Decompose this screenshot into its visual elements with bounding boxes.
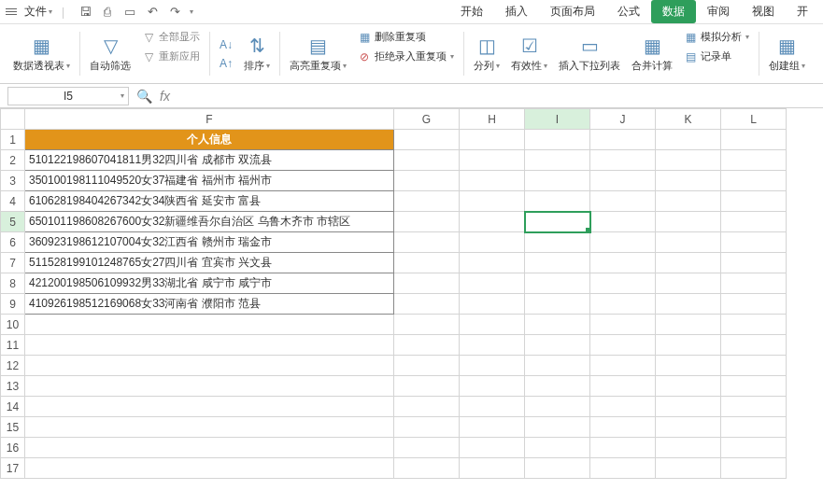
show-all-button[interactable]: ▽全部显示 <box>140 28 202 46</box>
tab-layout[interactable]: 页面布局 <box>539 0 606 23</box>
redo-icon[interactable]: ↷ <box>167 5 182 20</box>
row-head[interactable]: 10 <box>1 315 25 335</box>
validation-button[interactable]: ☑ 有效性▾ <box>505 28 553 79</box>
active-cell[interactable] <box>525 212 590 232</box>
row-head[interactable]: 16 <box>1 438 25 458</box>
col-head-G[interactable]: G <box>394 109 460 130</box>
filter-icon: ▽ <box>99 35 121 57</box>
col-head-J[interactable]: J <box>590 109 656 130</box>
split-button[interactable]: ◫ 分列▾ <box>468 28 505 79</box>
ribbon-tabs: 开始 插入 页面布局 公式 数据 审阅 视图 开 <box>449 0 819 23</box>
tab-review[interactable]: 审阅 <box>696 0 741 23</box>
table-row[interactable]: 410926198512169068女33河南省 濮阳市 范县 <box>25 294 394 315</box>
chevron-down-icon: ▾ <box>121 91 124 100</box>
simulate-icon: ▦ <box>684 31 697 44</box>
col-head-H[interactable]: H <box>460 109 525 130</box>
row-head[interactable]: 1 <box>1 130 25 150</box>
dropdown-button[interactable]: ▭ 插入下拉列表 <box>553 28 626 79</box>
reject-icon: ⊘ <box>358 50 371 63</box>
remove-dup-button[interactable]: ▦删除重复项 <box>356 28 456 46</box>
row-head[interactable]: 14 <box>1 397 25 417</box>
sort-asc-button[interactable]: A↓ <box>218 36 234 53</box>
row-head[interactable]: 2 <box>1 150 25 171</box>
remove-dup-icon: ▦ <box>358 31 371 44</box>
row-head[interactable]: 8 <box>1 273 25 294</box>
print-preview-icon[interactable]: ▭ <box>122 5 137 20</box>
table-row[interactable]: 421200198506109932男33湖北省 咸宁市 咸宁市 <box>25 273 394 294</box>
row-head[interactable]: 13 <box>1 376 25 397</box>
row-head[interactable]: 3 <box>1 171 25 191</box>
row-head[interactable]: 7 <box>1 253 25 273</box>
autofilter-button[interactable]: ▽ 自动筛选 <box>84 28 136 79</box>
reapply-label: 重新应用 <box>159 49 200 63</box>
menubar: 文件 ▾ | 🖫 ⎙ ▭ ↶ ↷ ▾ 开始 插入 页面布局 公式 数据 审阅 视… <box>0 0 823 24</box>
formula-input[interactable] <box>177 87 816 105</box>
split-label: 分列 <box>474 59 494 73</box>
highlight-label: 高亮重复项 <box>290 59 341 73</box>
tab-formula[interactable]: 公式 <box>606 0 651 23</box>
col-head-I[interactable]: I <box>525 109 590 130</box>
col-head-L[interactable]: L <box>721 109 787 130</box>
tab-dev[interactable]: 开 <box>786 0 819 23</box>
table-row[interactable]: 360923198612107004女32江西省 赣州市 瑞金市 <box>25 232 394 253</box>
dropdown-icon: ▭ <box>578 35 601 57</box>
row-head[interactable]: 11 <box>1 335 25 356</box>
reject-dup-button[interactable]: ⊘拒绝录入重复项▾ <box>356 48 456 65</box>
record-button[interactable]: ▤记录单 <box>682 48 751 65</box>
table-row[interactable]: 511528199101248765女27四川省 宜宾市 兴文县 <box>25 253 394 273</box>
formula-bar: I5 ▾ 🔍 fx <box>0 84 823 108</box>
search-icon[interactable]: 🔍 <box>136 89 152 104</box>
simulate-button[interactable]: ▦模拟分析▾ <box>682 28 751 46</box>
sort-desc-button[interactable]: A↑ <box>218 55 234 72</box>
qat-more-icon[interactable]: ▾ <box>190 7 193 16</box>
row-head[interactable]: 17 <box>1 458 25 479</box>
hamburger-icon[interactable] <box>4 7 19 17</box>
tab-view[interactable]: 视图 <box>741 0 786 23</box>
select-all-corner[interactable] <box>1 109 25 130</box>
col-head-K[interactable]: K <box>656 109 721 130</box>
autofilter-label: 自动筛选 <box>90 59 131 73</box>
tab-insert[interactable]: 插入 <box>494 0 539 23</box>
table-row[interactable]: 510122198607041811男32四川省 成都市 双流县 <box>25 150 394 171</box>
row-head[interactable]: 15 <box>1 417 25 438</box>
ribbon: ▦ 数据透视表▾ ▽ 自动筛选 ▽全部显示 ▽重新应用 A↓ A↑ ⇅ 排序▾ … <box>0 24 823 84</box>
file-label: 文件 <box>24 4 47 20</box>
col-head-F[interactable]: F <box>25 109 394 130</box>
name-box[interactable]: I5 ▾ <box>7 87 129 105</box>
remove-dup-label: 删除重复项 <box>375 30 426 44</box>
group-button[interactable]: ▦ 创建组▾ <box>763 28 811 79</box>
table-row[interactable]: 650101198608267600女32新疆维吾尔自治区 乌鲁木齐市 市辖区 <box>25 212 394 232</box>
highlight-icon: ▤ <box>307 35 330 57</box>
row-head[interactable]: 6 <box>1 232 25 253</box>
show-all-label: 全部显示 <box>159 30 200 44</box>
reject-dup-label: 拒绝录入重复项 <box>375 49 447 63</box>
table-row[interactable]: 610628198404267342女34陕西省 延安市 富县 <box>25 191 394 212</box>
row-head[interactable]: 4 <box>1 191 25 212</box>
print-icon[interactable]: ⎙ <box>100 5 115 20</box>
table-header[interactable]: 个人信息 <box>25 130 394 150</box>
row-head[interactable]: 5 <box>1 212 25 232</box>
row-head[interactable]: 12 <box>1 356 25 376</box>
record-label: 记录单 <box>701 49 731 63</box>
pivot-icon: ▦ <box>31 35 53 57</box>
file-menu[interactable]: 文件 ▾ <box>21 2 56 21</box>
tab-start[interactable]: 开始 <box>449 0 494 23</box>
table-row[interactable]: 350100198111049520女37福建省 福州市 福州市 <box>25 171 394 191</box>
row-head[interactable]: 9 <box>1 294 25 315</box>
validation-icon: ☑ <box>518 35 541 57</box>
consolidate-button[interactable]: ▦ 合并计算 <box>626 28 678 79</box>
group-label: 创建组 <box>769 59 800 73</box>
fx-icons: 🔍 fx <box>136 89 170 104</box>
spreadsheet: F G H I J K L 1个人信息 2510122198607041811男… <box>0 108 823 479</box>
sort-icon: ⇅ <box>246 35 268 57</box>
fx-icon[interactable]: fx <box>160 89 170 104</box>
consolidate-icon: ▦ <box>641 35 663 57</box>
highlight-dup-button[interactable]: ▤ 高亮重复项▾ <box>284 28 352 79</box>
tab-data[interactable]: 数据 <box>651 0 696 23</box>
undo-icon[interactable]: ↶ <box>145 5 160 20</box>
sort-button[interactable]: ⇅ 排序▾ <box>238 28 276 79</box>
pivot-button[interactable]: ▦ 数据透视表▾ <box>7 28 76 79</box>
grid[interactable]: F G H I J K L 1个人信息 2510122198607041811男… <box>0 108 787 479</box>
save-icon[interactable]: 🖫 <box>78 5 92 20</box>
reapply-button[interactable]: ▽重新应用 <box>140 48 202 65</box>
